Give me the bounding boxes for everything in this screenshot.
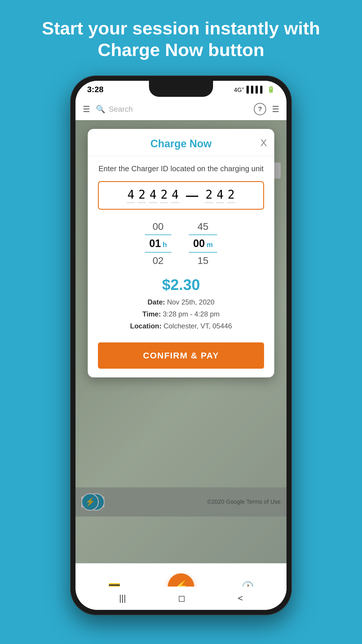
charger-digit-6[interactable]: 2 [205, 188, 213, 203]
confirm-pay-button[interactable]: CONFIRM & PAY [98, 342, 264, 369]
price-section: $2.30 Date: Nov 25th, 2020 Time: 3:28 pm… [98, 276, 264, 332]
charger-digit-2[interactable]: 2 [138, 188, 146, 203]
status-icons: 4G+ ▌▌▌▌ 🔋 [234, 86, 275, 93]
hours-selected[interactable]: 01h [145, 235, 171, 253]
phone-notch [149, 81, 213, 97]
android-nav-bar: ||| ◻ < [75, 587, 287, 610]
search-bar[interactable]: 🔍 Search [96, 105, 248, 114]
close-button[interactable]: X [260, 137, 267, 148]
minutes-above[interactable]: 45 [197, 218, 208, 235]
minutes-column: 45 00m 15 [189, 218, 217, 269]
filter-icon[interactable]: ☰ [272, 104, 279, 114]
booking-details: Date: Nov 25th, 2020 Time: 3:28 pm - 4:2… [98, 296, 264, 332]
time-picker: 00 01h 02 45 00m 15 [98, 218, 264, 269]
home-button[interactable]: ◻ [178, 593, 185, 603]
charger-digit-5[interactable]: 4 [171, 188, 179, 203]
charger-digit-3[interactable]: 4 [149, 188, 157, 203]
modal-card: Charge Now X Enter the Charger ID locate… [88, 129, 274, 377]
location-label: Location: [130, 322, 161, 330]
price-amount: $2.30 [98, 276, 264, 293]
status-time: 3:28 [87, 85, 103, 94]
date-label: Date: [147, 298, 165, 306]
time-label: Time: [142, 310, 161, 318]
charger-digit-1[interactable]: 4 [127, 188, 135, 203]
recent-apps-button[interactable]: ||| [119, 593, 126, 603]
charger-digit-7[interactable]: 4 [216, 188, 224, 203]
signal-icon: 4G+ [234, 86, 244, 93]
charger-instruction-text: Enter the Charger ID located on the char… [98, 163, 264, 174]
battery-icon: 🔋 [267, 86, 275, 93]
phone-mockup: 3:28 4G+ ▌▌▌▌ 🔋 ☰ 🔍 Search ? ☰ ∨ [70, 76, 292, 615]
header-title: Start your session instantly with Charge… [0, 0, 362, 73]
charger-digit-4[interactable]: 2 [160, 188, 168, 203]
minutes-below[interactable]: 15 [197, 253, 208, 269]
hours-column: 00 01h 02 [145, 218, 171, 269]
minutes-selected[interactable]: 00m [189, 235, 217, 253]
location-value: Colchester, VT, 05446 [164, 322, 232, 330]
charger-id-separator: — [186, 188, 198, 202]
app-bar-right: ? ☰ [254, 103, 279, 115]
app-bar: ☰ 🔍 Search ? ☰ [75, 98, 287, 120]
charger-digit-8[interactable]: 2 [227, 188, 235, 203]
hours-below[interactable]: 02 [152, 253, 164, 269]
signal-bars-icon: ▌▌▌▌ [247, 86, 265, 93]
modal-body: Enter the Charger ID located on the char… [88, 156, 274, 377]
modal-title: Charge Now [150, 138, 212, 150]
header-section: Start your session instantly with Charge… [0, 0, 362, 73]
charger-id-input[interactable]: 4 2 4 2 4 — 2 4 2 [98, 181, 264, 210]
help-button[interactable]: ? [254, 103, 266, 115]
date-value: Nov 25th, 2020 [167, 298, 215, 306]
phone-screen: 3:28 4G+ ▌▌▌▌ 🔋 ☰ 🔍 Search ? ☰ ∨ [75, 81, 287, 610]
modal-header: Charge Now X [88, 129, 274, 156]
menu-icon[interactable]: ☰ [83, 104, 90, 114]
back-button[interactable]: < [238, 593, 243, 603]
modal-overlay: Charge Now X Enter the Charger ID locate… [75, 120, 287, 563]
search-icon: 🔍 [96, 105, 105, 114]
search-placeholder: Search [109, 105, 133, 114]
hours-above[interactable]: 00 [152, 218, 164, 235]
time-value: 3:28 pm - 4:28 pm [163, 310, 220, 318]
